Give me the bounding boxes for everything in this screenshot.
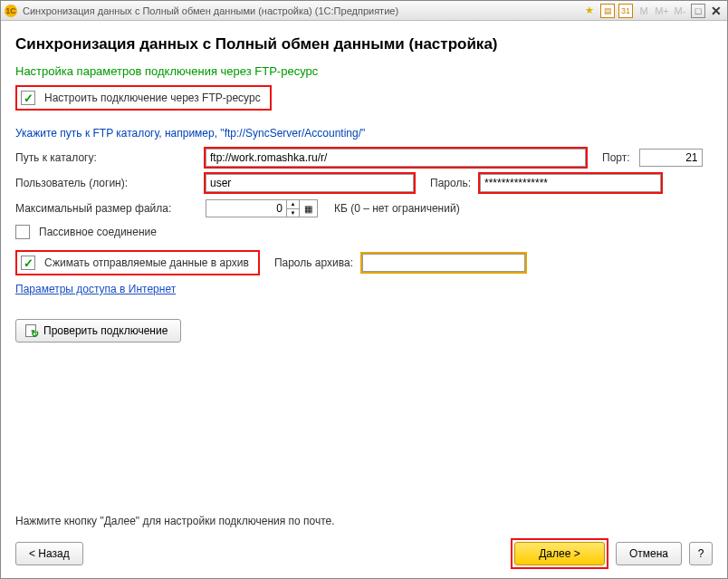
internet-params-link[interactable]: Параметры доступа в Интернет <box>15 283 176 295</box>
passive-checkbox[interactable] <box>15 225 30 239</box>
refresh-icon <box>24 323 38 338</box>
titlebar: 1C Синхронизация данных с Полный обмен д… <box>1 1 727 21</box>
memory-mminus-button[interactable]: M- <box>673 4 687 18</box>
notes-icon[interactable]: ▤ <box>600 4 615 18</box>
archive-password-label: Пароль архива: <box>274 256 353 269</box>
compress-row: Сжимать отправляемые данные в архив Паро… <box>15 250 713 275</box>
help-button[interactable]: ? <box>689 542 713 565</box>
ftp-enable-label: Настроить подключение через FTP-ресурс <box>44 92 261 104</box>
passive-row: Пассивное соединение <box>15 225 713 239</box>
calendar-icon[interactable]: 31 <box>618 4 633 18</box>
section-title: Настройка параметров подключения через F… <box>15 64 713 78</box>
inet-link-row: Параметры доступа в Интернет <box>15 283 713 295</box>
path-row: Путь к каталогу: Порт: <box>15 149 713 167</box>
maxsize-calc-button[interactable]: ▦ <box>300 199 318 217</box>
close-button[interactable]: ✕ <box>709 4 723 18</box>
user-input[interactable] <box>206 174 414 192</box>
maximize-button[interactable]: □ <box>691 4 705 18</box>
user-row: Пользователь (логин): Пароль: <box>15 174 713 192</box>
maxsize-input[interactable] <box>206 199 287 217</box>
titlebar-actions: ★ ▤ 31 M M+ M- □ ✕ <box>582 4 723 18</box>
window: 1C Синхронизация данных с Полный обмен д… <box>0 0 728 579</box>
memory-mplus-button[interactable]: M+ <box>655 4 669 18</box>
window-title: Синхронизация данных с Полный обмен данн… <box>23 5 582 16</box>
test-connection-button[interactable]: Проверить подключение <box>15 319 181 343</box>
path-input[interactable] <box>206 149 586 167</box>
path-hint: Укажите путь к FTP каталогу, например, "… <box>15 127 713 140</box>
footer-hint: Нажмите кнопку "Далее" для настройки под… <box>15 515 713 527</box>
passive-label: Пассивное соединение <box>39 226 157 238</box>
maxsize-row: Максимальный размер файла: ▲▼ ▦ КБ (0 – … <box>15 199 713 217</box>
maxsize-label: Максимальный размер файла: <box>15 202 196 215</box>
compress-checkbox[interactable] <box>21 256 35 270</box>
ftp-enable-checkbox[interactable] <box>21 91 35 105</box>
page-title: Синхронизация данных с Полный обмен данн… <box>15 35 713 53</box>
memory-m-button[interactable]: M <box>637 4 651 18</box>
back-button[interactable]: < Назад <box>15 542 83 565</box>
compress-label: Сжимать отправляемые данные в архив <box>44 256 249 269</box>
test-connection-label: Проверить подключение <box>43 324 168 337</box>
user-label: Пользователь (логин): <box>15 177 196 189</box>
footer: Нажмите кнопку "Далее" для настройки под… <box>15 511 713 569</box>
archive-password-input[interactable] <box>362 254 525 272</box>
cancel-button[interactable]: Отмена <box>616 542 682 565</box>
favorite-icon[interactable]: ★ <box>582 4 597 18</box>
next-button[interactable]: Далее > <box>514 542 605 565</box>
app-icon: 1C <box>5 5 17 17</box>
test-row: Проверить подключение <box>15 319 713 343</box>
content: Синхронизация данных с Полный обмен данн… <box>1 21 727 578</box>
path-label: Путь к каталогу: <box>15 151 196 164</box>
ftp-checkbox-row: Настроить подключение через FTP-ресурс <box>15 85 713 111</box>
maxsize-suffix: КБ (0 – нет ограничений) <box>334 202 460 215</box>
footer-buttons: < Назад Далее > Отмена ? <box>15 538 713 569</box>
password-label: Пароль: <box>430 177 471 189</box>
port-label: Порт: <box>602 151 630 164</box>
maxsize-spinner[interactable]: ▲▼ <box>287 199 300 217</box>
port-input[interactable] <box>639 149 703 167</box>
password-input[interactable] <box>480 174 661 192</box>
